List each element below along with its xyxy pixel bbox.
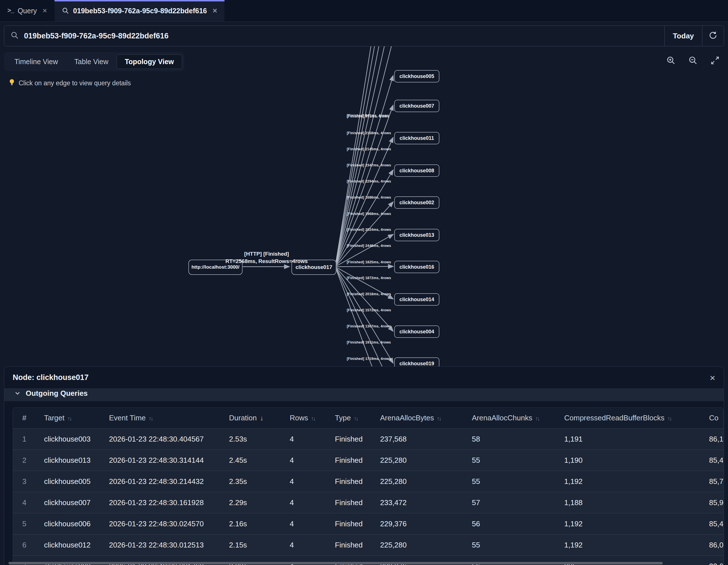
horizontal-scrollbar[interactable] <box>8 562 663 564</box>
edge-label[interactable]: [Finished] 1719ms, 4rows <box>347 357 391 361</box>
sort-icon[interactable]: ↑↓ <box>354 415 358 422</box>
view-tab-table-view[interactable]: Table View <box>66 54 116 69</box>
close-tab-icon[interactable]: × <box>43 7 47 15</box>
edge-label[interactable]: [Finished] 2347ms, 4rows <box>347 163 391 167</box>
edge-label[interactable]: [Finished] 2145ms, 4rows <box>347 147 391 151</box>
column-header-type[interactable]: Type↑↓ <box>325 408 370 429</box>
zoom-in-icon[interactable] <box>666 56 675 65</box>
edge-label[interactable]: [Finished] 2158ms, 4rows <box>347 131 391 135</box>
cell-co: 23,6 <box>699 556 723 565</box>
cell-event-time: 2026-01-23 22:48:30.314144 <box>101 450 219 471</box>
column-header-compressedreadbufferblocks[interactable]: CompressedReadBufferBlocks↑↓ <box>555 408 699 429</box>
column-header-event-time[interactable]: Event Time↑↓ <box>101 408 219 429</box>
zoom-out-icon[interactable] <box>688 56 698 65</box>
node-detail-panel: Node: clickhouse017 × Outgoing Queries #… <box>4 367 724 565</box>
column-header-target[interactable]: Target↑↓ <box>34 408 101 429</box>
tab-query[interactable]: >_ Query × <box>0 0 55 21</box>
cell-arenaallocbytes: 229,376 <box>370 513 462 535</box>
cell-event-time: 2026-01-23 22:48:30.214432 <box>101 471 219 492</box>
today-button[interactable]: Today <box>664 26 702 46</box>
row-number: 3 <box>13 471 34 492</box>
cell-target: clickhouse013 <box>34 450 101 471</box>
cell-rows: 4 <box>280 535 325 556</box>
graph-node-clickhouse008[interactable]: clickhouse008 <box>394 164 439 177</box>
table-row[interactable]: 4clickhouse0072026-01-23 22:48:30.161928… <box>13 492 723 513</box>
edge-label[interactable]: [Finished] 1968ms, 4rows <box>347 212 391 216</box>
hint-text: Click on any edge to view query details <box>19 79 131 87</box>
edge-label[interactable]: [Finished] 2024ms, 4rows <box>347 228 391 232</box>
cell-arenaallocbytes: 237,568 <box>370 429 462 450</box>
graph-node-clickhouse014[interactable]: clickhouse014 <box>394 293 439 306</box>
column-header-arenaallocbytes[interactable]: ArenaAllocBytes↑↓ <box>370 408 462 429</box>
window-tab-bar: >_ Query × 019beb53-f909-762a-95c9-89d22… <box>0 0 728 22</box>
edge-label[interactable]: [Finished] 2018ms, 4rows <box>347 292 391 296</box>
cell-co: 85,7 <box>699 471 723 492</box>
cell-arenaallocbytes: 225,280 <box>370 535 462 556</box>
column-header-duration[interactable]: Duration↓ <box>219 408 280 429</box>
cell-duration: 2.16s <box>219 513 280 535</box>
edge-label[interactable]: [Finished] 2294ms, 4rows <box>347 179 391 183</box>
row-number: 1 <box>13 429 34 450</box>
panel-title: Node: clickhouse017 <box>13 373 89 382</box>
outgoing-queries-section[interactable]: Outgoing Queries <box>4 389 724 401</box>
tab-query-label: Query <box>18 7 37 15</box>
view-tab-timeline-view[interactable]: Timeline View <box>6 54 66 69</box>
table-row[interactable]: 6clickhouse0122026-01-23 22:48:30.012513… <box>13 535 723 556</box>
table-row[interactable]: 5clickhouse0062026-01-23 22:48:30.024570… <box>13 513 723 535</box>
graph-node-clickhouse005[interactable]: clickhouse005 <box>394 70 439 82</box>
search-input[interactable] <box>23 31 658 41</box>
fullscreen-icon[interactable] <box>710 56 720 65</box>
cell-co: 86,0 <box>699 535 723 556</box>
edge-label[interactable]: [Finished] 2446ms, 4rows <box>347 244 391 248</box>
table-row[interactable]: 3clickhouse0052026-01-23 22:48:30.214432… <box>13 471 723 492</box>
cell-arenaallocbytes: 225,280 <box>370 471 462 492</box>
column-header-arenaallocchunks[interactable]: ArenaAllocChunks↑↓ <box>462 408 555 429</box>
edge-label[interactable]: [Finished] 1911ms, 4rows <box>347 341 391 344</box>
cell-rows: 4 <box>280 450 325 471</box>
column-header-rows[interactable]: Rows↑↓ <box>280 408 325 429</box>
tab-trace[interactable]: 019beb53-f909-762a-95c9-89d22bdef616 × <box>55 0 224 21</box>
edge-label[interactable]: [Finished] 1307ms, 4rows <box>347 324 391 328</box>
graph-node-clickhouse011[interactable]: clickhouse011 <box>394 132 439 144</box>
sort-icon[interactable]: ↑↓ <box>437 415 441 422</box>
search-icon <box>10 31 19 41</box>
cell-arenaallocchunks: 55 <box>462 450 555 471</box>
root-edge-label[interactable]: [HTTP] [Finished]RT=2568ms, ResultRows=4… <box>225 250 308 265</box>
cell-duration: 2.35s <box>219 471 280 492</box>
table-row[interactable]: 1clickhouse0032026-01-23 22:48:30.404567… <box>13 429 723 450</box>
edge-label[interactable]: [Finished] 1872ms, 4rows <box>347 276 391 280</box>
graph-node-clickhouse007[interactable]: clickhouse007 <box>394 100 439 112</box>
cell-compressedreadbufferblocks: 1,190 <box>555 450 699 471</box>
sort-icon[interactable]: ↑↓ <box>667 415 671 422</box>
refresh-button[interactable] <box>702 26 724 46</box>
edge-label[interactable]: [Finished] 971ms, 4rows <box>347 114 389 118</box>
cell-duration: 2.45s <box>219 450 280 471</box>
cell-event-time: 2026-01-23 22:48:30.404567 <box>101 429 219 450</box>
sort-desc-icon[interactable]: ↓ <box>260 414 263 422</box>
close-panel-icon[interactable]: × <box>710 373 715 383</box>
cell-arenaallocchunks: 55 <box>462 471 555 492</box>
sort-icon[interactable]: ↑↓ <box>149 415 152 422</box>
graph-node-clickhouse013[interactable]: clickhouse013 <box>394 229 439 241</box>
cell-rows: 4 <box>280 429 325 450</box>
close-tab-icon[interactable]: × <box>213 7 217 15</box>
cell-compressedreadbufferblocks: 1,192 <box>555 513 699 535</box>
cell-target: clickhouse005 <box>34 471 101 492</box>
graph-node-clickhouse002[interactable]: clickhouse002 <box>394 196 439 209</box>
column-header-co[interactable]: Co <box>699 408 723 429</box>
cell-rows: 4 <box>280 513 325 535</box>
column-header--[interactable]: # <box>13 408 34 429</box>
cell-compressedreadbufferblocks: 1,191 <box>555 429 699 450</box>
cell-co: 86,1 <box>699 429 723 450</box>
search-icon <box>62 7 69 14</box>
edge-label[interactable]: [Finished] 1825ms, 4rows <box>347 260 391 264</box>
view-tab-topology-view[interactable]: Topology View <box>117 54 182 69</box>
sort-icon[interactable]: ↑↓ <box>311 415 315 422</box>
graph-node-clickhouse016[interactable]: clickhouse016 <box>394 261 439 273</box>
sort-icon[interactable]: ↑↓ <box>67 415 71 422</box>
edge-label[interactable]: [Finished] 1686ms, 4rows <box>347 195 391 199</box>
table-row[interactable]: 2clickhouse0132026-01-23 22:48:30.314144… <box>13 450 723 471</box>
edge-label[interactable]: [Finished] 1572ms, 4rows <box>347 308 391 312</box>
graph-node-clickhouse004[interactable]: clickhouse004 <box>394 326 439 338</box>
sort-icon[interactable]: ↑↓ <box>535 415 539 422</box>
